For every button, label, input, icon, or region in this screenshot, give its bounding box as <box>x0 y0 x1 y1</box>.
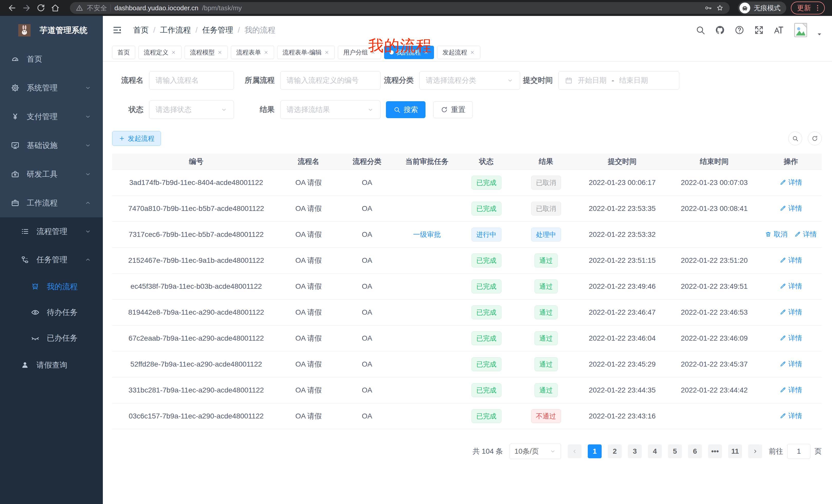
cancel-link[interactable]: 取消 <box>765 230 787 239</box>
url-host: dashboard.yudao.iocoder.cn <box>114 4 199 12</box>
browser-back-icon[interactable] <box>7 3 17 13</box>
sidebar-item-workflow[interactable]: 工作流程 <box>0 189 103 217</box>
tab-start-process[interactable]: 发起流程 <box>437 46 480 59</box>
process-definition-input[interactable] <box>287 76 374 85</box>
sidebar-item-leave-query[interactable]: 请假查询 <box>0 351 103 379</box>
tab-home[interactable]: 首页 <box>112 46 135 59</box>
sidebar-item-dev-tools[interactable]: 研发工具 <box>0 160 103 189</box>
reset-button[interactable]: 重置 <box>433 101 473 118</box>
page-button-5[interactable]: 5 <box>668 444 682 458</box>
list-icon <box>21 227 29 236</box>
browser-update-button[interactable]: 更新 <box>791 2 825 15</box>
page-button-6[interactable]: 6 <box>688 444 702 458</box>
detail-link[interactable]: 详情 <box>780 385 802 395</box>
cell-id: 7317cec6-7b9b-11ec-b5b7-acde48001122 <box>112 221 280 247</box>
process-definition-field[interactable] <box>280 71 381 90</box>
sidebar-item-label: 我的流程 <box>47 282 78 292</box>
sidebar-item-infrastructure[interactable]: 基础设施 <box>0 131 103 160</box>
help-icon[interactable] <box>734 25 745 35</box>
search-icon <box>792 135 799 142</box>
detail-link[interactable]: 详情 <box>780 333 802 343</box>
page-jumper: 前往 页 <box>769 444 822 459</box>
detail-link[interactable]: 详情 <box>780 178 802 187</box>
sidebar-item-home[interactable]: 首页 <box>0 45 103 74</box>
table-row: 03c6c157-7b9a-11ec-a290-acde48001122OA 请… <box>112 403 822 429</box>
page-button-1[interactable]: 1 <box>588 444 602 458</box>
close-icon[interactable] <box>324 50 329 55</box>
close-icon[interactable] <box>217 50 223 55</box>
close-icon[interactable] <box>171 50 176 55</box>
process-name-input[interactable] <box>156 76 228 85</box>
search-icon[interactable] <box>695 25 705 35</box>
page-button-2[interactable]: 2 <box>608 444 622 458</box>
detail-link[interactable]: 详情 <box>780 204 802 213</box>
tab-process-form-edit[interactable]: 流程表单-编辑 <box>277 46 335 59</box>
browser-menu-icon[interactable] <box>813 4 822 12</box>
detail-link[interactable]: 详情 <box>780 359 802 369</box>
cell-current-task: 一级审批 <box>397 221 457 247</box>
cell-end-time: 2022-01-23 00:07:03 <box>669 170 760 195</box>
browser-home-icon[interactable] <box>50 3 60 13</box>
avatar[interactable] <box>793 21 808 39</box>
result-badge: 已取消 <box>531 202 561 216</box>
search-button[interactable]: 搜索 <box>386 101 425 118</box>
next-page-button[interactable] <box>748 444 762 458</box>
process-category-select[interactable]: 请选择流程分类 <box>419 71 520 90</box>
start-process-button[interactable]: 发起流程 <box>112 131 161 146</box>
pencil-icon <box>780 205 786 212</box>
sidebar-item-process-management[interactable]: 流程管理 <box>0 217 103 246</box>
tab-process-model[interactable]: 流程模型 <box>185 46 228 59</box>
page-button-4[interactable]: 4 <box>648 444 662 458</box>
page-button-11[interactable]: 11 <box>728 444 742 458</box>
status-badge: 已完成 <box>471 331 501 345</box>
sidebar-item-task-management[interactable]: 任务管理 <box>0 246 103 274</box>
current-task-link[interactable]: 一级审批 <box>413 230 441 239</box>
toggle-search-button[interactable] <box>788 132 802 145</box>
refresh-table-button[interactable] <box>808 132 822 145</box>
sidebar-item-system-management[interactable]: 系统管理 <box>0 74 103 102</box>
cell-name: OA 请假 <box>280 195 337 221</box>
tab-process-form[interactable]: 流程表单 <box>231 46 274 59</box>
fullscreen-icon[interactable] <box>754 25 764 35</box>
result-select[interactable]: 请选择流结果 <box>280 101 381 119</box>
breadcrumb-item[interactable]: 任务管理 <box>202 25 233 35</box>
detail-link[interactable]: 详情 <box>780 282 802 291</box>
cell-status: 已完成 <box>457 247 516 273</box>
password-key-icon[interactable] <box>704 4 712 12</box>
sidebar-item-label: 首页 <box>27 54 42 64</box>
sidebar-item-my-process[interactable]: 我的流程 <box>0 274 103 300</box>
github-icon[interactable] <box>715 25 725 35</box>
detail-link[interactable]: 详情 <box>780 307 802 317</box>
process-name-field[interactable] <box>149 71 234 90</box>
sidebar-collapse-icon[interactable] <box>112 25 122 35</box>
sidebar-item-done-task[interactable]: 已办任务 <box>0 325 103 351</box>
address-bar[interactable]: 不安全 dashboard.yudao.iocoder.cn/bpm/task/… <box>70 2 730 14</box>
close-icon[interactable] <box>470 50 475 55</box>
breadcrumb-item[interactable]: 首页 <box>133 25 149 35</box>
table-toolbar: 发起流程 <box>112 131 822 146</box>
calendar-icon <box>565 77 573 84</box>
cell-current-task <box>397 377 457 403</box>
browser-reload-icon[interactable] <box>36 3 46 13</box>
close-icon[interactable] <box>263 50 269 55</box>
tab-process-definition[interactable]: 流程定义 <box>138 46 182 59</box>
cell-current-task <box>397 170 457 195</box>
app-logo-row[interactable]: 芋道管理系统 <box>0 16 103 45</box>
page-button-3[interactable]: 3 <box>628 444 642 458</box>
page-size-select[interactable]: 10条/页 <box>510 444 561 459</box>
detail-link[interactable]: 详情 <box>794 230 817 239</box>
sidebar-item-payment-management[interactable]: 支付管理 <box>0 102 103 131</box>
bookmark-star-icon[interactable] <box>716 4 724 12</box>
breadcrumb-item[interactable]: 工作流程 <box>160 25 191 35</box>
page-jumper-input[interactable] <box>787 444 810 459</box>
sidebar-item-todo-task[interactable]: 待办任务 <box>0 300 103 325</box>
prev-page-button[interactable] <box>568 444 581 458</box>
detail-link[interactable]: 详情 <box>780 411 802 421</box>
status-select[interactable]: 请选择状态 <box>149 101 234 119</box>
submit-time-range-picker[interactable]: 开始日期 - 结束日期 <box>558 71 679 90</box>
detail-link[interactable]: 详情 <box>780 256 802 265</box>
avatar-caret-icon[interactable] <box>816 31 823 37</box>
browser-forward-icon[interactable] <box>22 3 31 13</box>
font-size-icon[interactable] <box>773 25 784 35</box>
more-pages-button[interactable]: ••• <box>708 444 722 458</box>
